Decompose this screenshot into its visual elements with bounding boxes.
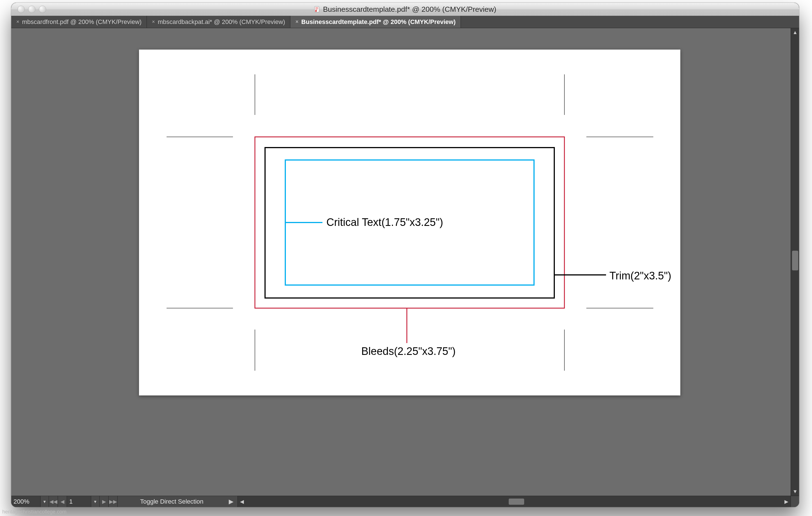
close-window-button[interactable] [18,6,25,13]
status-hint: Toggle Direct Selection [140,498,203,505]
vertical-scrollbar[interactable]: ▲ ▼ [791,28,799,496]
zoom-window-button[interactable] [39,6,46,13]
app-window: Businesscardtemplate.pdf* @ 200% (CMYK/P… [11,3,799,507]
canvas-area[interactable]: Critical Text(1.75"x3.25") Trim(2"x3.5")… [11,28,799,496]
horizontal-scrollbar[interactable]: ◀ ▶ [237,496,791,507]
pdf-icon [314,6,320,12]
resize-corner[interactable] [791,496,799,507]
close-tab-icon[interactable]: × [152,19,155,25]
titlebar: Businesscardtemplate.pdf* @ 200% (CMYK/P… [11,3,799,16]
page-value: 1 [69,498,72,505]
tab-label: mbscardbackpat.ai* @ 200% (CMYK/Preview) [158,18,285,26]
artboard: Critical Text(1.75"x3.25") Trim(2"x3.5")… [139,50,680,396]
last-page-button[interactable]: ▶▶ [109,496,118,507]
close-tab-icon[interactable]: × [16,19,20,25]
next-page-button[interactable]: ▶ [99,496,109,507]
watermark-text: heritagechristiancollege.com [2,509,66,515]
tab-label: mbscardfront.pdf @ 200% (CMYK/Preview) [22,18,142,26]
horizontal-scroll-track[interactable] [246,498,782,505]
vertical-scroll-thumb[interactable] [792,251,798,270]
minimize-window-button[interactable] [28,6,35,13]
document-tabs: × mbscardfront.pdf @ 200% (CMYK/Preview)… [11,16,799,28]
scroll-right-icon[interactable]: ▶ [782,496,791,507]
page-dropdown-icon[interactable]: ▼ [91,496,99,507]
window-title-text: Businesscardtemplate.pdf* @ 200% (CMYK/P… [323,5,496,14]
scroll-up-icon[interactable]: ▲ [791,28,799,36]
zoom-value: 200% [13,498,29,505]
tab-label: Businesscardtemplate.pdf* @ 200% (CMYK/P… [301,18,456,26]
zoom-dropdown-icon[interactable]: ▼ [40,496,49,507]
window-controls [18,6,46,13]
document-tab-3[interactable]: × Businesscardtemplate.pdf* @ 200% (CMYK… [290,16,461,28]
document-tab-1[interactable]: × mbscardfront.pdf @ 200% (CMYK/Preview) [11,16,147,28]
document-tab-2[interactable]: × mbscardbackpat.ai* @ 200% (CMYK/Previe… [147,16,290,28]
svg-point-1 [315,10,317,12]
critical-text-label: Critical Text(1.75"x3.25") [326,216,443,228]
status-flyout-icon[interactable]: ▶ [229,498,234,505]
first-page-button[interactable]: ◀◀ [49,496,58,507]
prev-page-button[interactable]: ◀ [58,496,67,507]
zoom-level-input[interactable]: 200% [11,496,40,507]
trim-label: Trim(2"x3.5") [609,270,671,282]
window-title: Businesscardtemplate.pdf* @ 200% (CMYK/P… [11,5,799,14]
statusbar: 200% ▼ ◀◀ ◀ 1 ▼ ▶ ▶▶ Toggle Direct Selec… [11,496,799,507]
scroll-left-icon[interactable]: ◀ [238,496,246,507]
close-tab-icon[interactable]: × [295,19,298,25]
scroll-down-icon[interactable]: ▼ [791,487,799,496]
svg-rect-0 [315,6,319,12]
horizontal-scroll-thumb[interactable] [509,498,524,505]
bleeds-label: Bleeds(2.25"x3.75") [361,345,456,357]
page-number-input[interactable]: 1 [67,496,91,507]
